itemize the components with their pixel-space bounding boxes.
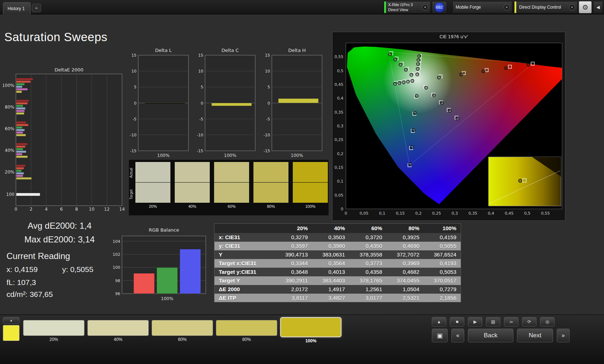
repeat-button[interactable]: ⟳ <box>522 317 536 326</box>
source-selector[interactable]: Mobile Forge ▾ <box>452 1 512 13</box>
actual-swatch <box>135 162 170 182</box>
svg-text:0,25: 0,25 <box>335 137 344 142</box>
reading-count-panel: 682 <box>432 1 447 13</box>
svg-text:0,05: 0,05 <box>360 211 369 216</box>
back-button[interactable]: Back <box>468 329 513 342</box>
table-row: Target x:CIE310,33440,35640,37730,39690,… <box>214 259 461 268</box>
row-value: 370,0517 <box>424 276 461 285</box>
continuous-read-button[interactable]: ∞ <box>504 317 518 326</box>
row-value: 0,3564 <box>312 259 349 268</box>
svg-text:DeltaE 2000: DeltaE 2000 <box>55 67 83 73</box>
swatch-label: 80% <box>242 337 251 342</box>
chevron-down-icon[interactable]: ▾ <box>504 4 510 10</box>
svg-text:0: 0 <box>201 101 203 106</box>
row-value: 0,3969 <box>387 259 424 268</box>
row-value: 0,4159 <box>424 233 461 242</box>
row-value: 0,3925 <box>387 233 424 242</box>
swatch-column-40%: 40% <box>175 162 210 209</box>
row-value: 2,5321 <box>387 294 424 302</box>
next-button[interactable]: Next <box>517 329 553 342</box>
swatch-column-60%: 60% <box>214 162 249 209</box>
row-value: 0,3344 <box>275 259 312 268</box>
capture-icon: ◎ <box>546 319 549 324</box>
svg-text:-5: -5 <box>266 117 270 122</box>
play-button[interactable]: ▶ <box>468 317 482 326</box>
meter-name-line2: Direct View <box>388 7 413 12</box>
panel-up-button[interactable]: ▲ <box>432 317 446 326</box>
double-chevron-right-icon: » <box>562 332 565 339</box>
readings-view-button[interactable]: ▤ <box>486 317 500 326</box>
svg-text:-10: -10 <box>264 133 270 137</box>
next-chevron-button[interactable]: » <box>557 329 570 342</box>
svg-text:0: 0 <box>134 101 136 106</box>
frame-view-button[interactable]: ▣ <box>432 329 448 342</box>
svg-text:15: 15 <box>131 53 136 58</box>
repeat-icon: ⟳ <box>527 319 531 324</box>
sequence-swatch-60%[interactable]: 60% <box>152 317 213 343</box>
row-value: 0,4690 <box>387 242 424 250</box>
reading-count-badge: 682 <box>434 2 445 13</box>
svg-text:0,5: 0,5 <box>337 69 344 73</box>
svg-text:0,35: 0,35 <box>469 211 478 216</box>
chevron-down-icon[interactable]: ▾ <box>422 4 428 10</box>
row-value: 1,4917 <box>312 285 349 294</box>
svg-text:104: 104 <box>113 239 120 244</box>
svg-text:100: 100 <box>113 265 120 270</box>
sequence-swatch-40%[interactable]: 40% <box>87 317 149 343</box>
row-label: ΔE ITP <box>214 294 275 302</box>
svg-text:0,1: 0,1 <box>337 179 344 184</box>
swatch-column-label: 100% <box>293 204 328 209</box>
swatch-panel-up-button[interactable]: ▲ <box>3 317 19 324</box>
collapse-left-icon: ◀ <box>596 5 600 10</box>
actual-swatch <box>214 162 249 182</box>
svg-text:8: 8 <box>75 207 78 211</box>
table-column-header: 20% <box>275 224 312 233</box>
svg-text:0,45: 0,45 <box>335 82 344 87</box>
meter-selector[interactable]: X-Rite i1Pro 3 Direct View ▾ <box>384 1 431 13</box>
add-tab-button[interactable]: + <box>32 4 41 12</box>
row-value: 0,4013 <box>312 268 349 276</box>
row-value: 0,3773 <box>349 259 387 268</box>
active-color-button[interactable] <box>3 325 19 341</box>
stop-button[interactable]: ■ <box>450 317 464 326</box>
svg-text:100: 100 <box>6 192 14 197</box>
bottom-toolbar: ▲ 20%40%60%80%100% ▲ ■▶▤∞⟳◎ ▣ « Back Nex… <box>0 315 604 364</box>
svg-text:0,4: 0,4 <box>488 211 494 216</box>
actual-row-label: Actual <box>129 162 135 184</box>
svg-text:0,55: 0,55 <box>335 54 344 59</box>
actual-swatch <box>175 162 210 182</box>
back-chevron-button[interactable]: « <box>451 329 464 342</box>
svg-text:0,45: 0,45 <box>505 211 514 216</box>
swatch-color <box>280 317 342 337</box>
row-value: 378,1765 <box>349 276 387 285</box>
chevron-down-icon[interactable]: ▾ <box>569 4 575 10</box>
sequence-swatch-20%[interactable]: 20% <box>23 317 84 343</box>
display-control-selector[interactable]: Direct Display Control ▾ <box>514 1 578 13</box>
cie-diagram-panel: CIE 1976 u'v'000,050,050,10,10,150,150,2… <box>332 32 565 221</box>
delta-c-chart: Delta C151050-5-10-15100% <box>194 48 257 159</box>
row-value: 383,4403 <box>312 276 349 285</box>
svg-text:-15: -15 <box>130 149 136 153</box>
sequence-swatch-100%[interactable]: 100% <box>280 317 342 343</box>
sequence-swatch-80%[interactable]: 80% <box>216 317 277 343</box>
settings-button[interactable]: ⚙ <box>579 1 592 13</box>
row-value: 390,4713 <box>275 250 312 259</box>
svg-text:14: 14 <box>119 207 125 211</box>
tab-history-1[interactable]: History 1 <box>3 2 31 14</box>
capture-button[interactable]: ◎ <box>540 317 555 326</box>
svg-text:0: 0 <box>341 207 343 211</box>
row-value: 2,1856 <box>424 294 461 302</box>
swatch-column-label: 60% <box>214 204 249 209</box>
source-name: Mobile Forge <box>453 5 484 10</box>
row-value: 383,0631 <box>312 250 349 259</box>
row-label: Target Y <box>214 276 275 285</box>
up-arrow-icon: ▲ <box>437 319 441 324</box>
row-value: 374,0455 <box>387 276 424 285</box>
svg-text:-15: -15 <box>264 149 270 153</box>
swatch-label: 60% <box>178 337 187 342</box>
collapse-panel-button[interactable]: ◀ <box>593 1 603 13</box>
svg-text:0,25: 0,25 <box>432 211 441 216</box>
delta-l-chart: Delta L151050-5-10-15100% <box>127 48 191 159</box>
svg-text:60%: 60% <box>5 126 14 131</box>
swatch-color <box>23 320 84 336</box>
